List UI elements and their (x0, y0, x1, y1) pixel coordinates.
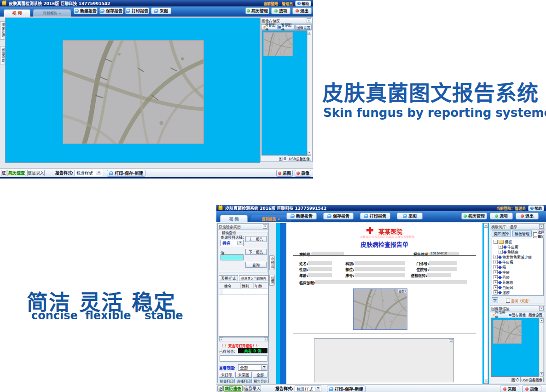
save-report-button[interactable]: 保存报告 (323, 213, 354, 219)
store-scrollbar[interactable]: ▲ ▼ (307, 30, 311, 156)
tab-current-report[interactable]: 当前报告 « (250, 215, 291, 222)
expand-icon[interactable]: + (494, 290, 498, 294)
chevron-down-icon[interactable] (96, 171, 101, 175)
side-tab-mini-preview[interactable]: 小预览 (269, 255, 275, 270)
query-button[interactable]: 查询 (245, 262, 267, 268)
tab-temp-images[interactable]: 暂存图像 (509, 312, 526, 317)
tree-item[interactable]: +荨麻疹 (492, 280, 543, 285)
close-icon[interactable]: ✕ (539, 224, 544, 229)
expand-icon[interactable]: + (499, 245, 503, 249)
pick-word-checkbox[interactable]: 选词（双击） (506, 298, 532, 303)
tab-current-report[interactable]: 当前报告 « (33, 9, 71, 17)
doctor-field[interactable] (427, 273, 451, 277)
expand-icon[interactable]: + (494, 255, 498, 259)
view-range-select[interactable]: 全部 (238, 364, 267, 371)
chevron-down-icon[interactable] (315, 386, 320, 391)
expand-icon[interactable]: + (494, 280, 498, 284)
col-gender[interactable]: 性别 (241, 283, 254, 288)
filter-all-button[interactable]: 全部 (253, 372, 267, 378)
report-style-select[interactable]: 标准样式 (75, 170, 102, 176)
bed-no-field[interactable] (354, 273, 405, 277)
record-video-button[interactable]: 录像 (522, 386, 541, 392)
info-entry-button[interactable]: 信息录入 (27, 170, 45, 176)
tab-image-settings[interactable]: 图像设置 (295, 24, 312, 30)
scroll-right-icon[interactable]: ► (264, 337, 268, 341)
scroll-left-icon[interactable]: ◄ (219, 337, 223, 341)
report-microscopy-image[interactable]: 图像1 (353, 288, 407, 330)
print-report-button[interactable]: 打印报告 (125, 7, 149, 14)
record-video-button[interactable]: 录像 (295, 170, 311, 177)
records-button[interactable]: 病历管理 (461, 213, 487, 219)
print-save-new-button[interactable]: 打印-保存-新建 (107, 170, 145, 177)
expand-icon[interactable]: + (494, 285, 498, 289)
scroll-up-icon[interactable]: ▲ (449, 339, 453, 343)
stored-report-field[interactable] (220, 355, 267, 362)
options-button[interactable]: 选项 (271, 7, 290, 14)
tab-video[interactable]: 视 频 (4, 9, 30, 17)
close-icon[interactable]: ✕ (539, 306, 544, 311)
tree-item[interactable]: +药疹 (492, 275, 543, 280)
records-button[interactable]: 病历管理 (245, 7, 269, 14)
new-report-button[interactable]: 新建报告 (74, 7, 98, 14)
tab-temp-images[interactable]: 暂存图像 (278, 24, 295, 30)
query-value-input[interactable] (221, 254, 244, 260)
findings-textarea[interactable]: ▲ (314, 338, 454, 382)
cert-button[interactable]: 证 (1, 170, 6, 176)
expand-icon[interactable]: + (499, 250, 503, 254)
exit-button[interactable]: 退出 (292, 7, 312, 14)
new-report-button[interactable]: 新建报告 (286, 213, 317, 219)
template-tree[interactable]: -模板 +牛皮癣 +鱼鳞病 +特发性色素减少症 +牛皮癣 +癣 +痤疮 +药疹 … (492, 238, 544, 296)
usb-source-label[interactable]: USB设备图像 (520, 377, 544, 382)
cert-button[interactable]: 证 (217, 385, 223, 392)
chevron-down-icon[interactable] (237, 241, 243, 245)
scroll-up-icon[interactable]: ▲ (540, 318, 544, 323)
store-scrollbar[interactable]: ▲ ▼ (540, 318, 544, 377)
prev-report-button[interactable]: 上一报告 (245, 236, 267, 242)
help-button[interactable]: ?帮助 (295, 0, 311, 6)
col-age[interactable]: 年龄 (254, 283, 267, 288)
scroll-down-icon[interactable]: ▼ (307, 151, 311, 155)
print-save-new-button[interactable]: 打印-保存-新建 (327, 386, 366, 392)
tab-video[interactable]: 视 频 (220, 215, 248, 222)
close-icon[interactable]: ✕ (263, 224, 267, 229)
font-button[interactable]: 字 (492, 297, 498, 303)
capture-button[interactable]: 采图 (397, 213, 423, 219)
save-report-button[interactable]: 保存报告 (99, 7, 123, 14)
close-icon[interactable]: ✕ (307, 18, 311, 23)
tree-item[interactable]: -模板 (492, 239, 543, 244)
tab-image-settings[interactable]: 图像设置 (527, 312, 544, 317)
quick-search-button[interactable]: 病历速查 (7, 170, 26, 176)
tree-item[interactable]: +鱼鳞病 (492, 249, 543, 254)
tab-external-images[interactable]: 外部图像 (261, 24, 278, 30)
stored-image-thumbnail[interactable] (493, 320, 522, 344)
scroll-down-icon[interactable]: ▼ (484, 380, 488, 384)
info-entry-button[interactable]: 信息录入 (244, 385, 261, 392)
report-vscrollbar[interactable]: ▲ ▼ (484, 223, 488, 384)
capture-image-button[interactable]: 采图 (500, 386, 519, 392)
checkbox-icon[interactable] (506, 299, 510, 303)
table-style-button[interactable]: 表格样式 (219, 275, 238, 281)
export-report-button[interactable]: 报告导出 (253, 379, 268, 383)
tree-item[interactable]: +癣 (492, 265, 543, 270)
scroll-up-icon[interactable]: ▲ (307, 31, 311, 35)
capture-image-button[interactable]: 采图 (276, 170, 293, 177)
tree-item[interactable]: +湿疹 (492, 290, 543, 295)
batch-print-button[interactable]: 批量打印 (219, 379, 235, 383)
side-tab-position[interactable]: 位置 (269, 275, 275, 286)
expand-icon[interactable]: + (494, 260, 498, 264)
tree-item[interactable]: +特发性色素减少症 (492, 254, 543, 259)
library-select-button[interactable]: 类库选择 (492, 231, 511, 236)
stored-image-thumbnail[interactable] (263, 32, 293, 56)
chevron-down-icon[interactable] (261, 365, 267, 370)
filter-uncaptured-button[interactable]: 未采图 (235, 372, 252, 378)
tab-external-images[interactable]: 外部图像 (491, 312, 508, 317)
help-button[interactable]: ?帮助 (528, 205, 544, 211)
tree-item[interactable]: +痤疮 (492, 270, 543, 275)
print-report-button[interactable]: 打印报告 (360, 213, 390, 219)
tree-item[interactable]: +白癜风 (492, 285, 543, 290)
quick-search-button[interactable]: 病历速查 (223, 385, 243, 392)
table-hscrollbar[interactable]: ◄ ► (219, 337, 268, 341)
capture-button[interactable]: 采图 (151, 7, 171, 14)
options-button[interactable]: 选项 (490, 213, 513, 219)
import-to-report-button[interactable]: 信息导入当前报告 (239, 275, 268, 281)
